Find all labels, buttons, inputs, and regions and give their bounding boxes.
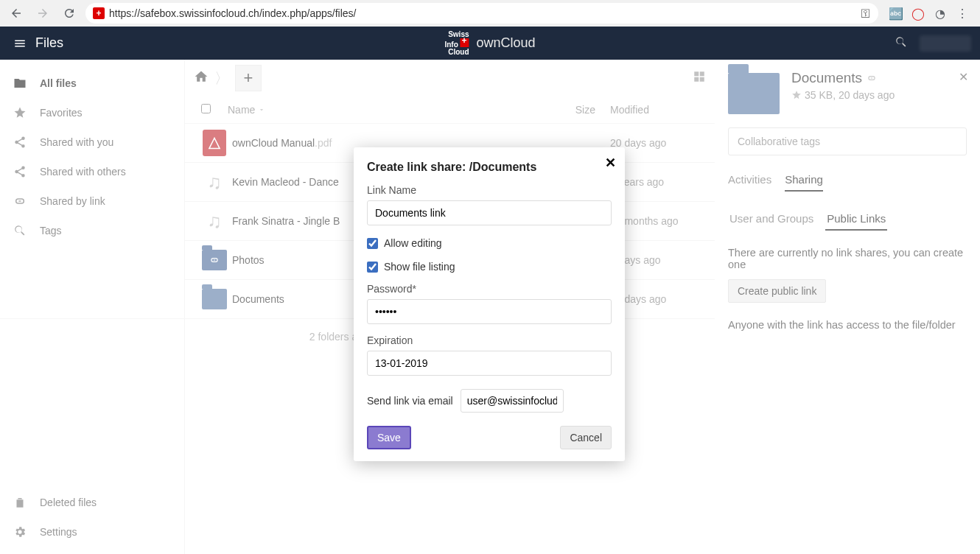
save-button[interactable]: Save (367, 426, 411, 449)
brand: Swiss Info Cloud ownCloud (444, 31, 535, 56)
back-button[interactable] (6, 3, 27, 24)
app-header: Files Swiss Info Cloud ownCloud (0, 27, 980, 60)
forward-button[interactable] (32, 3, 53, 24)
url-text: https://safebox.swissinfocloud.ch/index.… (109, 7, 356, 19)
brand-name: ownCloud (477, 35, 536, 51)
expiration-label: Expiration (367, 334, 612, 346)
link-name-label: Link Name (367, 184, 612, 196)
cancel-button[interactable]: Cancel (560, 426, 612, 449)
extension-icon[interactable]: ◔ (933, 6, 948, 21)
translate-icon[interactable]: 🔤 (889, 6, 903, 21)
email-label: Send link via email (367, 395, 453, 407)
password-input[interactable] (367, 299, 612, 324)
email-input[interactable] (461, 389, 564, 413)
expiration-input[interactable] (367, 351, 612, 376)
checkbox[interactable] (367, 238, 378, 249)
key-icon[interactable]: ⚿ (861, 7, 871, 19)
allow-editing-checkbox[interactable]: Allow editing (367, 237, 612, 249)
menu-dots-icon[interactable]: ⋮ (955, 6, 970, 21)
link-name-input[interactable] (367, 200, 612, 225)
opera-icon[interactable]: ◯ (911, 6, 925, 21)
password-label: Password* (367, 283, 612, 295)
hamburger-menu[interactable] (9, 37, 31, 50)
close-icon[interactable]: ✕ (605, 155, 616, 171)
browser-toolbar: https://safebox.swissinfocloud.ch/index.… (0, 0, 980, 27)
search-icon[interactable] (895, 35, 908, 52)
modal-title: Create link share: /Documents (367, 161, 612, 174)
reload-button[interactable] (59, 3, 80, 24)
brand-logo: Swiss Info Cloud (444, 31, 469, 56)
address-bar[interactable]: https://safebox.swissinfocloud.ch/index.… (85, 3, 878, 24)
create-link-modal: ✕ Create link share: /Documents Link Nam… (354, 147, 625, 461)
show-listing-checkbox[interactable]: Show file listing (367, 261, 612, 273)
user-menu[interactable] (920, 35, 971, 52)
checkbox[interactable] (367, 262, 378, 273)
app-title: Files (35, 35, 63, 51)
site-identity-icon (93, 7, 105, 19)
